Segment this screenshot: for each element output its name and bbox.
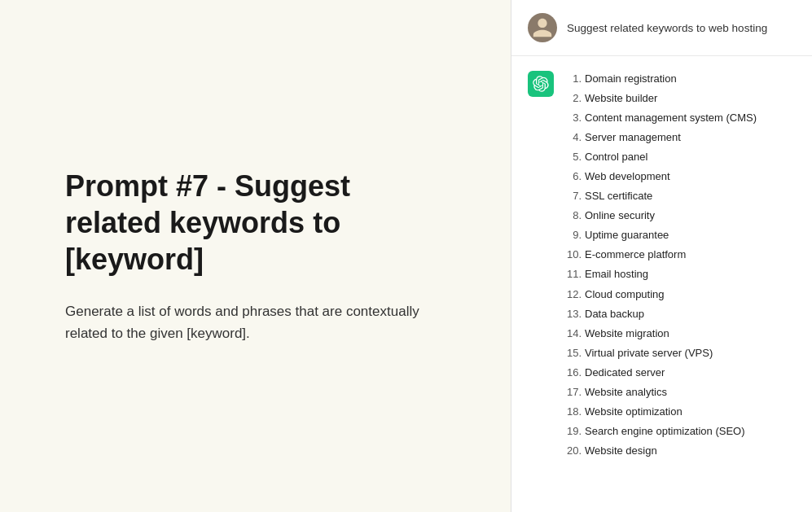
item-text: Website design xyxy=(585,441,657,461)
item-number: 11. xyxy=(562,265,582,284)
list-item: 6.Web development xyxy=(562,167,796,186)
item-number: 19. xyxy=(562,422,582,441)
item-number: 7. xyxy=(562,186,582,206)
left-content: Prompt #7 - Suggest related keywords to … xyxy=(65,168,448,344)
item-text: Search engine optimization (SEO) xyxy=(585,422,745,441)
chat-response[interactable]: 1.Domain registration2.Website builder3.… xyxy=(511,56,812,512)
chatgpt-icon xyxy=(528,71,554,97)
item-number: 2. xyxy=(562,89,582,108)
item-text: Control panel xyxy=(585,147,647,167)
item-number: 16. xyxy=(562,363,582,383)
item-text: Virtual private server (VPS) xyxy=(585,344,713,363)
item-text: Web development xyxy=(585,167,670,186)
item-number: 8. xyxy=(562,206,582,225)
item-number: 1. xyxy=(562,69,582,89)
list-item: 4.Server management xyxy=(562,128,796,147)
item-number: 3. xyxy=(562,108,582,128)
list-item: 13.Data backup xyxy=(562,304,796,324)
list-item: 18.Website optimization xyxy=(562,402,796,422)
item-number: 18. xyxy=(562,402,582,422)
item-number: 13. xyxy=(562,304,582,324)
list-item: 7.SSL certificate xyxy=(562,186,796,206)
item-number: 9. xyxy=(562,225,582,245)
item-number: 14. xyxy=(562,324,582,344)
item-text: Domain registration xyxy=(585,69,677,89)
item-text: Data backup xyxy=(585,304,644,324)
list-item: 2.Website builder xyxy=(562,89,796,108)
item-text: SSL certificate xyxy=(585,186,652,206)
item-number: 20. xyxy=(562,441,582,461)
item-number: 5. xyxy=(562,147,582,167)
list-item: 15.Virtual private server (VPS) xyxy=(562,344,796,363)
item-number: 10. xyxy=(562,245,582,265)
item-number: 15. xyxy=(562,344,582,363)
item-number: 4. xyxy=(562,128,582,147)
right-panel: Suggest related keywords to web hosting … xyxy=(511,0,812,512)
list-item: 19.Search engine optimization (SEO) xyxy=(562,422,796,441)
list-item: 12.Cloud computing xyxy=(562,285,796,304)
list-item: 11.Email hosting xyxy=(562,265,796,284)
item-number: 6. xyxy=(562,167,582,186)
item-number: 12. xyxy=(562,285,582,304)
prompt-title: Prompt #7 - Suggest related keywords to … xyxy=(65,168,448,278)
keywords-list: 1.Domain registration2.Website builder3.… xyxy=(562,69,796,461)
list-item: 14.Website migration xyxy=(562,324,796,344)
prompt-description: Generate a list of words and phrases tha… xyxy=(65,300,448,344)
item-text: Website analytics xyxy=(585,383,667,402)
item-text: Website builder xyxy=(585,89,657,108)
list-item: 8.Online security xyxy=(562,206,796,225)
item-text: Dedicated server xyxy=(585,363,665,383)
list-item: 5.Control panel xyxy=(562,147,796,167)
user-avatar xyxy=(528,13,557,42)
item-text: Website optimization xyxy=(585,402,683,422)
item-text: Content management system (CMS) xyxy=(585,108,757,128)
list-item: 20.Website design xyxy=(562,441,796,461)
item-number: 17. xyxy=(562,383,582,402)
item-text: Online security xyxy=(585,206,655,225)
list-item: 9.Uptime guarantee xyxy=(562,225,796,245)
item-text: Website migration xyxy=(585,324,669,344)
item-text: Cloud computing xyxy=(585,285,665,304)
list-item: 3.Content management system (CMS) xyxy=(562,108,796,128)
list-item: 1.Domain registration xyxy=(562,69,796,89)
chat-prompt-text: Suggest related keywords to web hosting xyxy=(567,22,796,34)
list-item: 16.Dedicated server xyxy=(562,363,796,383)
chat-header: Suggest related keywords to web hosting xyxy=(511,0,812,56)
list-item: 17.Website analytics xyxy=(562,383,796,402)
list-item: 10.E-commerce platform xyxy=(562,245,796,265)
item-text: Email hosting xyxy=(585,265,648,284)
left-panel: Prompt #7 - Suggest related keywords to … xyxy=(0,0,513,512)
response-header: 1.Domain registration2.Website builder3.… xyxy=(528,69,796,461)
item-text: Uptime guarantee xyxy=(585,225,669,245)
item-text: Server management xyxy=(585,128,681,147)
item-text: E-commerce platform xyxy=(585,245,686,265)
